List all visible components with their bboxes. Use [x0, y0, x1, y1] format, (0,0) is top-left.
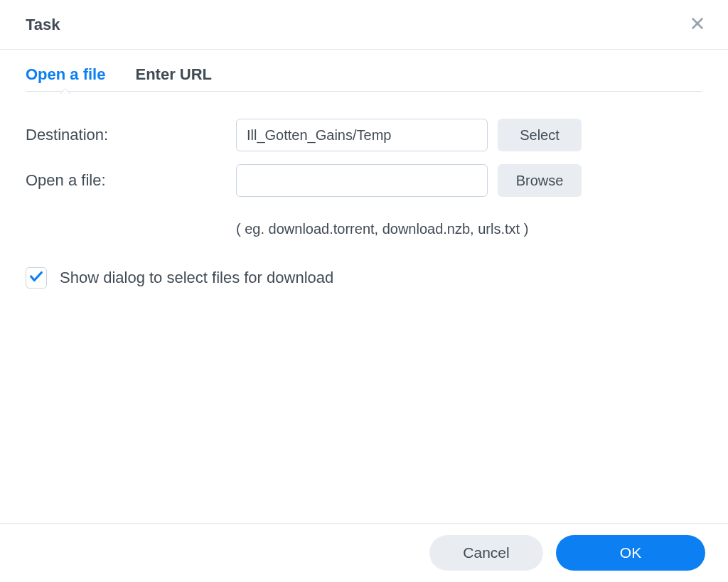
browse-button[interactable]: Browse [498, 164, 582, 197]
destination-input[interactable] [236, 119, 488, 151]
tab-enter-url[interactable]: Enter URL [135, 65, 212, 84]
task-dialog: Task Open a file Enter URL Destination: … [0, 0, 728, 582]
hint-row: ( eg. download.torrent, download.nzb, ur… [26, 210, 702, 237]
dialog-header: Task [0, 0, 728, 50]
open-file-row: Open a file: Browse [26, 164, 702, 197]
file-hint: ( eg. download.torrent, download.nzb, ur… [236, 221, 528, 237]
open-file-input[interactable] [236, 164, 488, 197]
ok-button[interactable]: OK [556, 535, 705, 571]
show-dialog-label: Show dialog to select files for download [60, 269, 333, 287]
close-icon [690, 23, 705, 33]
dialog-title: Task [26, 16, 60, 34]
open-file-label: Open a file: [26, 171, 236, 190]
close-button[interactable] [687, 13, 708, 36]
form: Destination: Select Open a file: Browse … [26, 119, 702, 289]
dialog-body: Open a file Enter URL Destination: Selec… [0, 50, 728, 523]
checkbox-row: Show dialog to select files for download [26, 267, 702, 289]
dialog-footer: Cancel OK [0, 523, 728, 582]
destination-row: Destination: Select [26, 119, 702, 151]
select-button[interactable]: Select [498, 119, 582, 151]
tab-open-file[interactable]: Open a file [26, 65, 105, 84]
check-icon [28, 269, 44, 287]
destination-label: Destination: [26, 126, 236, 144]
cancel-button[interactable]: Cancel [429, 535, 543, 571]
tabs: Open a file Enter URL [26, 65, 702, 92]
show-dialog-checkbox[interactable] [26, 267, 47, 289]
